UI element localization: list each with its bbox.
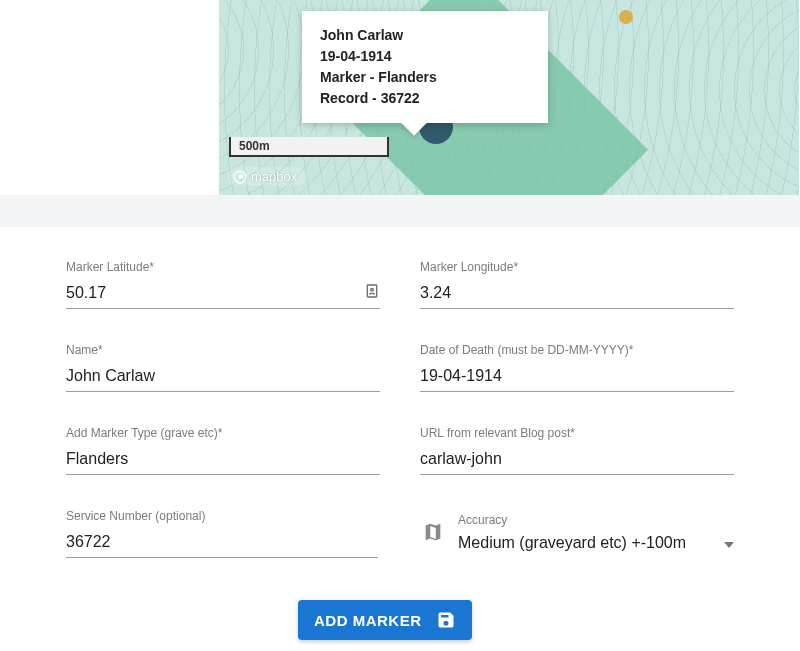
svg-point-3 bbox=[371, 288, 374, 291]
map[interactable]: John Carlaw 19-04-1914 Marker - Flanders… bbox=[219, 0, 799, 195]
field-url: URL from relevant Blog post* bbox=[420, 426, 734, 475]
label-url: URL from relevant Blog post* bbox=[420, 426, 734, 440]
label-service-number: Service Number (optional) bbox=[66, 509, 378, 523]
popup-name: John Carlaw bbox=[320, 25, 530, 46]
label-marker-type: Add Marker Type (grave etc)* bbox=[66, 426, 380, 440]
popup-marker: Marker - Flanders bbox=[320, 67, 530, 88]
popup-date: 19-04-1914 bbox=[320, 46, 530, 67]
field-name: Name* bbox=[66, 343, 380, 392]
svg-point-1 bbox=[238, 174, 243, 179]
field-longitude: Marker Longitude* bbox=[420, 260, 734, 309]
add-marker-button[interactable]: ADD MARKER bbox=[298, 600, 472, 640]
input-url[interactable] bbox=[420, 446, 734, 475]
input-marker-type[interactable] bbox=[66, 446, 380, 475]
label-accuracy: Accuracy bbox=[458, 513, 734, 527]
chevron-down-icon bbox=[724, 534, 734, 552]
input-longitude[interactable] bbox=[420, 280, 734, 309]
map-popup: John Carlaw 19-04-1914 Marker - Flanders… bbox=[302, 11, 548, 123]
map-scale-bar: 500m bbox=[229, 137, 389, 157]
field-service-number: Service Number (optional) bbox=[66, 509, 378, 558]
add-marker-label: ADD MARKER bbox=[314, 612, 422, 629]
field-marker-type: Add Marker Type (grave etc)* bbox=[66, 426, 380, 475]
map-marker-secondary[interactable] bbox=[619, 10, 633, 24]
field-accuracy[interactable]: Accuracy Medium (graveyard etc) +-100m bbox=[418, 509, 734, 558]
contacts-icon[interactable] bbox=[364, 283, 380, 303]
input-latitude[interactable] bbox=[66, 280, 380, 309]
label-latitude: Marker Latitude* bbox=[66, 260, 380, 274]
field-latitude: Marker Latitude* bbox=[66, 260, 380, 309]
map-attribution[interactable]: mapbox bbox=[227, 167, 307, 186]
input-name[interactable] bbox=[66, 363, 380, 392]
field-date-of-death: Date of Death (must be DD-MM-YYYY)* bbox=[420, 343, 734, 392]
value-accuracy: Medium (graveyard etc) +-100m bbox=[458, 533, 686, 554]
save-icon bbox=[436, 610, 456, 630]
label-longitude: Marker Longitude* bbox=[420, 260, 734, 274]
input-service-number[interactable] bbox=[66, 529, 378, 558]
popup-record: Record - 36722 bbox=[320, 88, 530, 109]
divider-band bbox=[0, 195, 800, 227]
label-date-of-death: Date of Death (must be DD-MM-YYYY)* bbox=[420, 343, 734, 357]
mapbox-logo-icon bbox=[233, 170, 247, 184]
map-attribution-text: mapbox bbox=[251, 169, 297, 184]
label-name: Name* bbox=[66, 343, 380, 357]
input-date-of-death[interactable] bbox=[420, 363, 734, 392]
map-icon bbox=[422, 521, 444, 547]
marker-form: Marker Latitude* Marker Longitude* Name*… bbox=[66, 260, 734, 592]
